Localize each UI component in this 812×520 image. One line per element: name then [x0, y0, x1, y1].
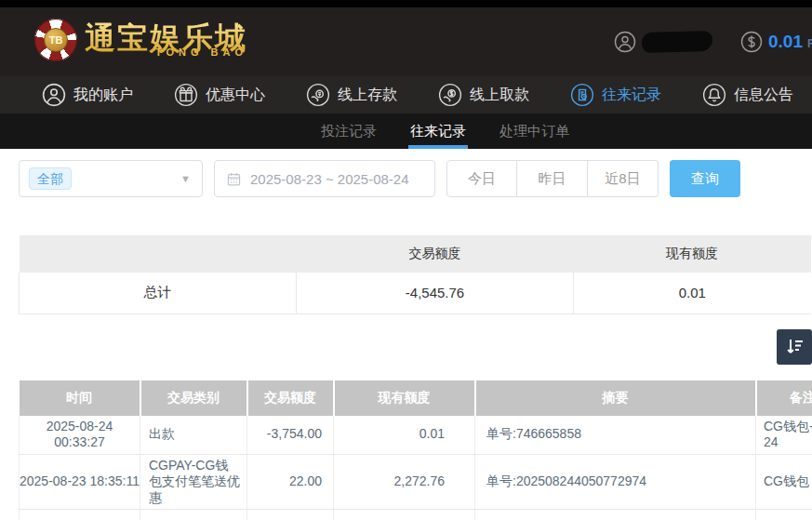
main-content: 全部 ▼ 2025-08-23 ~ 2025-08-24 今日 昨日 近8日 查…	[0, 160, 812, 520]
nav-label: 优惠中心	[206, 86, 265, 105]
calendar-icon	[226, 171, 242, 187]
cell-balance: 2,272.76	[334, 454, 475, 510]
nav-item-announcements[interactable]: 信息公告	[702, 83, 793, 107]
cell-summary: 单号:202508244050772974	[475, 510, 756, 520]
cell-type: CGPAY-CG钱包支付笔笔送优惠	[140, 454, 247, 510]
cell-summary: 单号:202508244050772974	[475, 454, 756, 510]
table-row: 2025-08-24 00:33:27 出款 -3,754.00 0.01 单号…	[20, 416, 812, 455]
user-icon	[42, 83, 66, 107]
summary-total-label: 总计	[20, 273, 297, 313]
cell-amount: 2,200.00	[247, 510, 334, 520]
cell-type: CGPAY支付	[140, 510, 247, 520]
bell-icon	[702, 83, 726, 107]
transactions-table: 时间 交易类别 交易额度 现有额度 摘要 备注 2025-08-24 00:33…	[19, 380, 812, 520]
nav-item-withdraw[interactable]: 线上取款	[438, 83, 529, 107]
site-logo[interactable]: TB 通宝娱乐城 TONG BAO	[34, 19, 247, 61]
search-button[interactable]: 查询	[670, 160, 740, 197]
col-header-summary: 摘要	[475, 380, 756, 416]
cell-time: 2025-08-23 18:35:11	[20, 510, 140, 520]
nav-item-deposit[interactable]: 线上存款	[306, 83, 397, 107]
filter-bar: 全部 ▼ 2025-08-23 ~ 2025-08-24 今日 昨日 近8日 查…	[19, 160, 812, 197]
cell-balance: 0.01	[334, 416, 475, 455]
col-header-balance: 现有额度	[334, 380, 475, 416]
summary-header-empty	[20, 235, 297, 273]
cell-summary: 单号:746665858	[475, 416, 756, 455]
nav-label: 线上取款	[470, 86, 529, 105]
col-header-amount: 交易额度	[247, 380, 334, 416]
selected-type-tag[interactable]: 全部	[29, 167, 72, 191]
clipboard-clock-icon	[570, 83, 594, 107]
header-account-area: 0.01 RMB	[614, 7, 812, 76]
summary-header-trade-amount: 交易额度	[297, 235, 574, 273]
nav-item-promotions[interactable]: 优惠中心	[174, 83, 265, 107]
chip-monogram: TB	[44, 28, 68, 52]
col-header-remark: 备注	[756, 380, 812, 416]
type-select[interactable]: 全部 ▼	[19, 160, 203, 197]
table-row: 2025-08-23 18:35:11 CGPAY-CG钱包支付笔笔送优惠 22…	[20, 454, 812, 510]
last-8-days-button[interactable]: 近8日	[588, 160, 659, 197]
balance-currency: RMB	[807, 37, 812, 50]
summary-table: 交易额度 现有额度 总计 -4,545.76 0.01	[19, 235, 811, 314]
cell-amount: 22.00	[247, 454, 334, 510]
summary-header-current-amount: 现有额度	[574, 235, 811, 273]
cell-remark: CG钱包	[756, 454, 812, 510]
nav-item-transactions[interactable]: 往来记录	[570, 83, 661, 107]
main-nav: 我的账户 优惠中心 线上存款 线上取款 往来记录	[0, 76, 812, 113]
cell-remark: CG钱包	[756, 510, 812, 520]
sort-descending-button[interactable]	[777, 329, 812, 365]
cell-amount: -3,754.00	[247, 416, 334, 455]
user-avatar-icon	[614, 31, 636, 53]
dollar-icon	[740, 31, 763, 53]
site-header: TB 通宝娱乐城 TONG BAO 0.01 RMB	[0, 7, 812, 76]
nav-item-my-account[interactable]: 我的账户	[42, 83, 133, 107]
nav-label: 往来记录	[602, 86, 661, 105]
top-strip	[0, 0, 812, 7]
tab-pending-orders[interactable]: 处理中订单	[498, 113, 571, 149]
chevron-down-icon: ▼	[180, 173, 191, 184]
date-range-input[interactable]: 2025-08-23 ~ 2025-08-24	[214, 160, 435, 197]
sort-descending-icon	[783, 336, 805, 358]
date-range-value: 2025-08-23 ~ 2025-08-24	[250, 171, 409, 187]
cell-balance: 2,250.76	[334, 510, 475, 520]
col-header-time: 时间	[20, 380, 140, 416]
summary-current-amount: 0.01	[574, 273, 811, 313]
hand-dollar-icon	[438, 83, 462, 107]
yesterday-button[interactable]: 昨日	[517, 160, 588, 197]
nav-label: 我的账户	[73, 86, 133, 105]
nav-label: 信息公告	[734, 86, 793, 105]
cell-type: 出款	[140, 416, 247, 455]
summary-header-row: 交易额度 现有额度	[20, 235, 811, 273]
summary-trade-amount: -4,545.76	[297, 273, 574, 313]
username-redacted[interactable]	[642, 31, 713, 53]
nav-label: 线上存款	[338, 86, 397, 105]
tab-transaction-records[interactable]: 往来记录	[408, 113, 468, 149]
sort-row	[19, 329, 812, 365]
table-header-row: 时间 交易类别 交易额度 现有额度 摘要 备注	[20, 380, 812, 416]
cell-time: 2025-08-24 00:33:27	[20, 416, 140, 455]
quick-date-group: 今日 昨日 近8日	[446, 160, 659, 197]
poker-chip-icon: TB	[34, 19, 77, 61]
gift-icon	[174, 83, 198, 107]
hand-coin-icon	[306, 83, 330, 107]
summary-total-row: 总计 -4,545.76 0.01	[20, 273, 811, 313]
balance-amount[interactable]: 0.01	[768, 32, 803, 52]
record-tabs: 投注记录 往来记录 处理中订单	[0, 113, 812, 149]
today-button[interactable]: 今日	[446, 160, 517, 197]
cell-remark: CG钱包-提 24	[756, 416, 812, 455]
col-header-type: 交易类别	[140, 380, 247, 416]
table-row: 2025-08-23 18:35:11 CGPAY支付 2,200.00 2,2…	[20, 510, 812, 520]
cell-time: 2025-08-23 18:35:11	[20, 454, 140, 510]
tab-bet-records[interactable]: 投注记录	[319, 113, 379, 149]
app-viewport: TB 通宝娱乐城 TONG BAO 0.01 RMB 我的账	[0, 0, 812, 520]
